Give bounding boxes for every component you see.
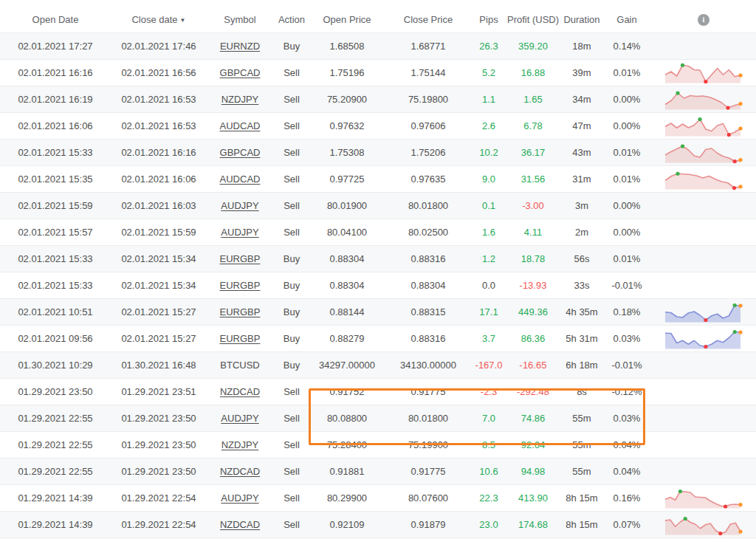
column-header-open-date[interactable]: Open Date bbox=[0, 15, 111, 26]
cell-duration: 5h 31m bbox=[561, 333, 602, 344]
cell-open-price: 0.97632 bbox=[310, 120, 384, 131]
column-header-gain[interactable]: Gain bbox=[602, 15, 651, 26]
column-header-profit[interactable]: Profit (USD) bbox=[505, 15, 561, 26]
cell-profit: 94.98 bbox=[505, 466, 561, 477]
cell-gain: 0.01% bbox=[602, 253, 651, 264]
table-row[interactable]: 01.29.2021 22:55 01.29.2021 23:50 NZDJPY… bbox=[0, 432, 756, 458]
symbol-link[interactable]: AUDCAD bbox=[220, 174, 261, 185]
cell-gain: 0.14% bbox=[602, 41, 651, 52]
symbol-link[interactable]: NZDCAD bbox=[220, 466, 260, 477]
column-header-duration[interactable]: Duration bbox=[561, 15, 602, 26]
cell-close-price: 0.88304 bbox=[384, 280, 472, 291]
symbol-link[interactable]: AUDJPY bbox=[221, 227, 258, 238]
cell-close-price: 0.91775 bbox=[384, 386, 472, 397]
cell-chart bbox=[651, 89, 756, 111]
cell-close-price: 34130.00000 bbox=[384, 360, 472, 371]
table-row[interactable]: 02.01.2021 15:33 02.01.2021 16:16 GBPCAD… bbox=[0, 140, 756, 166]
cell-open-price: 1.75196 bbox=[310, 67, 384, 78]
cell-open-price: 80.29900 bbox=[310, 492, 384, 504]
cell-profit: 174.68 bbox=[505, 519, 561, 530]
symbol-link[interactable]: NZDJPY bbox=[221, 439, 259, 450]
table-row[interactable]: 01.29.2021 23:50 01.29.2021 23:51 NZDCAD… bbox=[0, 379, 756, 405]
table-row[interactable]: 02.01.2021 15:35 02.01.2021 16:06 AUDCAD… bbox=[0, 166, 756, 193]
table-row[interactable]: 02.01.2021 10:51 02.01.2021 15:27 EURGBP… bbox=[0, 299, 756, 326]
cell-symbol: NZDCAD bbox=[207, 519, 273, 530]
table-header-row: Open Date Close date▼ Symbol Action Open… bbox=[0, 0, 756, 33]
cell-open-price: 0.88304 bbox=[310, 280, 384, 291]
symbol-link[interactable]: EURGBP bbox=[220, 253, 261, 264]
symbol-link[interactable]: EURGBP bbox=[220, 333, 261, 344]
cell-gain: 0.01% bbox=[602, 147, 651, 158]
cell-close-price: 1.68771 bbox=[384, 41, 472, 52]
cell-symbol: NZDCAD bbox=[207, 386, 273, 397]
symbol-link[interactable]: NZDCAD bbox=[220, 386, 260, 397]
cell-profit: 16.88 bbox=[505, 67, 561, 78]
cell-chart bbox=[651, 301, 756, 323]
cell-close-price: 75.19900 bbox=[384, 439, 472, 450]
table-row[interactable]: 01.29.2021 22:55 01.29.2021 23:50 AUDJPY… bbox=[0, 405, 756, 432]
cell-pips: 26.3 bbox=[472, 41, 505, 52]
cell-open-price: 0.92109 bbox=[310, 519, 384, 530]
table-row[interactable]: 02.01.2021 09:56 02.01.2021 15:27 EURGBP… bbox=[0, 326, 756, 352]
cell-pips: 7.0 bbox=[472, 413, 505, 424]
cell-symbol: EURGBP bbox=[207, 253, 273, 264]
cell-close-date: 02.01.2021 16:53 bbox=[111, 120, 207, 131]
table-row[interactable]: 01.29.2021 14:39 01.29.2021 22:54 NZDCAD… bbox=[0, 512, 756, 538]
column-header-pips[interactable]: Pips bbox=[472, 15, 505, 26]
cell-profit: 449.36 bbox=[505, 306, 561, 317]
symbol-link[interactable]: EURGBP bbox=[220, 306, 261, 317]
cell-close-price: 0.97635 bbox=[384, 174, 472, 185]
cell-symbol: NZDCAD bbox=[207, 466, 273, 477]
cell-profit: 359.20 bbox=[505, 41, 561, 52]
symbol-link[interactable]: GBPCAD bbox=[220, 67, 261, 78]
table-row[interactable]: 02.01.2021 15:57 02.01.2021 15:59 AUDJPY… bbox=[0, 219, 756, 246]
table-row[interactable]: 02.01.2021 17:27 02.01.2021 17:46 EURNZD… bbox=[0, 33, 756, 60]
cell-close-date: 01.29.2021 23:51 bbox=[111, 386, 207, 397]
cell-close-date: 01.29.2021 23:50 bbox=[111, 413, 207, 424]
symbol-link[interactable]: NZDJPY bbox=[221, 94, 259, 105]
symbol-link[interactable]: AUDJPY bbox=[221, 492, 258, 504]
cell-gain: -0.12% bbox=[602, 386, 651, 397]
symbol-link[interactable]: AUDJPY bbox=[221, 413, 258, 424]
column-header-open-price[interactable]: Open Price bbox=[310, 15, 384, 26]
symbol-link[interactable]: EURGBP bbox=[220, 280, 261, 291]
cell-chart bbox=[651, 115, 756, 137]
symbol-link[interactable]: AUDJPY bbox=[221, 200, 258, 211]
cell-gain: -0.01% bbox=[602, 360, 651, 371]
table-row[interactable]: 02.01.2021 16:16 02.01.2021 16:56 GBPCAD… bbox=[0, 60, 756, 86]
cell-open-price: 0.97725 bbox=[310, 174, 384, 185]
cell-open-price: 80.01900 bbox=[310, 200, 384, 211]
symbol-link[interactable]: AUDCAD bbox=[220, 120, 261, 131]
column-header-action[interactable]: Action bbox=[273, 15, 310, 26]
cell-open-date: 02.01.2021 15:35 bbox=[0, 174, 111, 185]
cell-chart bbox=[651, 62, 756, 84]
symbol-link[interactable]: GBPCAD bbox=[220, 147, 261, 158]
cell-action: Sell bbox=[273, 94, 310, 105]
table-row[interactable]: 02.01.2021 16:19 02.01.2021 16:53 NZDJPY… bbox=[0, 86, 756, 113]
table-row[interactable]: 01.29.2021 14:39 01.29.2021 22:54 AUDJPY… bbox=[0, 485, 756, 512]
cell-pips: 3.7 bbox=[472, 333, 505, 344]
cell-open-date: 01.29.2021 23:50 bbox=[0, 386, 111, 397]
table-row[interactable]: 01.29.2021 22:55 01.29.2021 23:50 NZDCAD… bbox=[0, 458, 756, 485]
cell-symbol: EURNZD bbox=[207, 41, 273, 52]
cell-gain: 0.07% bbox=[602, 519, 651, 530]
cell-duration: 31m bbox=[561, 174, 602, 185]
column-header-close-date[interactable]: Close date▼ bbox=[111, 15, 207, 26]
info-icon[interactable]: i bbox=[698, 14, 709, 26]
cell-close-date: 02.01.2021 15:34 bbox=[111, 280, 207, 291]
table-row[interactable]: 02.01.2021 16:06 02.01.2021 16:53 AUDCAD… bbox=[0, 113, 756, 140]
symbol-link[interactable]: NZDCAD bbox=[220, 519, 260, 530]
column-header-symbol[interactable]: Symbol bbox=[207, 15, 273, 26]
symbol-link[interactable]: EURNZD bbox=[220, 41, 260, 52]
cell-pips: 1.2 bbox=[472, 253, 505, 264]
cell-pips: 23.0 bbox=[472, 519, 505, 530]
cell-symbol: GBPCAD bbox=[207, 67, 273, 78]
table-row[interactable]: 02.01.2021 15:59 02.01.2021 16:03 AUDJPY… bbox=[0, 193, 756, 219]
table-row[interactable]: 01.30.2021 10:29 01.30.2021 16:48 BTCUSD… bbox=[0, 352, 756, 379]
table-row[interactable]: 02.01.2021 15:33 02.01.2021 15:34 EURGBP… bbox=[0, 272, 756, 299]
sparkline-chart bbox=[663, 62, 743, 84]
cell-profit: 36.17 bbox=[505, 147, 561, 158]
column-header-close-price[interactable]: Close Price bbox=[384, 15, 472, 26]
cell-open-date: 02.01.2021 10:51 bbox=[0, 306, 111, 317]
table-row[interactable]: 02.01.2021 15:33 02.01.2021 15:34 EURGBP… bbox=[0, 246, 756, 272]
